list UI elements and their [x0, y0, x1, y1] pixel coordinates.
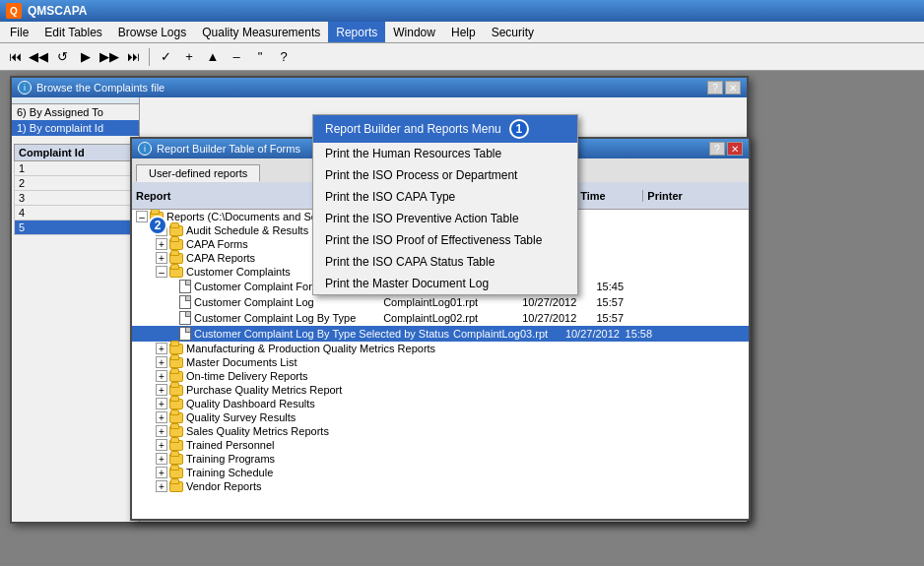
dropdown-item-report-builder[interactable]: Report Builder and Reports Menu 1 — [313, 115, 577, 143]
dropdown-item-master-document-log[interactable]: Print the Master Document Log — [313, 273, 577, 294]
toolbar-check[interactable]: ✓ — [155, 46, 176, 68]
expand-capa-forms[interactable]: + — [156, 238, 167, 250]
report-win-close[interactable]: ✕ — [727, 142, 743, 156]
list-item[interactable]: Customer Complaint Log By Type Complaint… — [132, 310, 749, 326]
folder-icon-master-docs — [169, 357, 183, 368]
sort-by-complaint-id[interactable]: 1) By complaint Id — [12, 120, 139, 136]
menu-file[interactable]: File — [2, 22, 36, 42]
toolbar-up[interactable]: ▲ — [202, 46, 224, 68]
dropdown-item-iso-process[interactable]: Print the ISO Process or Department — [313, 164, 577, 186]
expand-trained[interactable]: + — [156, 439, 167, 451]
list-item[interactable]: + Purchase Quality Metrics Report — [132, 383, 749, 397]
dropdown-item-human-resources[interactable]: Print the Human Resources Table — [313, 143, 577, 164]
folder-icon-training-schedule — [169, 468, 183, 478]
tree-label-survey: Quality Survey Results — [186, 411, 296, 423]
expand-master-docs[interactable]: + — [156, 356, 167, 368]
list-item[interactable]: + Training Schedule — [132, 466, 749, 479]
list-item-selected[interactable]: Customer Complaint Log By Type Selected … — [132, 326, 749, 342]
table-row[interactable]: 4 — [15, 206, 137, 220]
dropdown-label-iso-process: Print the ISO Process or Department — [325, 168, 517, 182]
root-expand[interactable]: – — [136, 211, 148, 222]
toolbar-first[interactable]: ⏮ — [4, 46, 26, 68]
expand-training-schedule[interactable]: + — [156, 467, 167, 478]
table-row-selected[interactable]: 5 — [15, 220, 137, 235]
menu-quality-measurements[interactable]: Quality Measurements — [194, 22, 328, 42]
expand-sales[interactable]: + — [156, 425, 167, 437]
folder-icon-capa-reports — [169, 253, 183, 264]
expand-purchase[interactable]: + — [156, 384, 167, 396]
expand-training-programs[interactable]: + — [156, 453, 167, 465]
sort-options-header — [12, 97, 139, 104]
folder-icon-audit — [169, 225, 183, 236]
reports-dropdown-menu[interactable]: Report Builder and Reports Menu 1 Print … — [312, 114, 578, 295]
sort-by-assigned[interactable]: 6) By Assigned To — [12, 104, 139, 120]
doc-icon-form — [179, 280, 191, 293]
time-complaint-log-status: 15:58 — [626, 328, 671, 340]
menu-browse-logs[interactable]: Browse Logs — [110, 22, 194, 42]
tab-user-defined[interactable]: User-defined reports — [136, 164, 260, 182]
list-item[interactable]: + Trained Personnel — [132, 438, 749, 452]
toolbar-help[interactable]: ? — [273, 46, 295, 68]
file-complaint-log-status: ComplaintLog03.rpt — [453, 328, 565, 340]
complaint-id-header: Complaint Id — [15, 145, 137, 161]
tree-label-training-schedule: Training Schedule — [186, 467, 273, 478]
list-item[interactable]: + Sales Quality Metrics Reports — [132, 424, 749, 438]
list-item[interactable]: + Quality Survey Results — [132, 410, 749, 424]
list-item[interactable]: Customer Complaint Log ComplaintLog01.rp… — [132, 294, 749, 310]
toolbar-prev[interactable]: ◀◀ — [28, 46, 49, 68]
dropdown-item-iso-capa-status[interactable]: Print the ISO CAPA Status Table — [313, 251, 577, 273]
report-win-help[interactable]: ? — [709, 142, 725, 156]
date-complaint-log-status: 10/27/2012 — [565, 328, 626, 340]
toolbar-add[interactable]: + — [178, 46, 200, 68]
expand-vendor[interactable]: + — [156, 480, 167, 492]
tree-label-complaint-log-type: Customer Complaint Log By Type — [194, 312, 379, 324]
menu-window[interactable]: Window — [385, 22, 443, 42]
dropdown-item-iso-preventive-action[interactable]: Print the ISO Preventive Action Table — [313, 208, 577, 229]
expand-dashboard[interactable]: + — [156, 398, 167, 409]
menu-edit-tables[interactable]: Edit Tables — [36, 22, 109, 42]
doc-icon-log-status — [179, 327, 191, 341]
table-row[interactable]: 3 — [15, 191, 137, 206]
expand-capa-reports[interactable]: + — [156, 252, 167, 264]
tree-label-training-programs: Training Programs — [186, 453, 275, 465]
dropdown-item-iso-capa-type[interactable]: Print the ISO CAPA Type — [313, 186, 577, 208]
toolbar-undo[interactable]: ↺ — [51, 46, 73, 68]
toolbar-last[interactable]: ⏭ — [122, 46, 144, 68]
win-close-btn[interactable]: ✕ — [725, 81, 741, 94]
toolbar-play[interactable]: ▶ — [75, 46, 97, 68]
menu-security[interactable]: Security — [484, 22, 542, 42]
time-complaint-log-type: 15:57 — [597, 312, 652, 324]
list-item[interactable]: + Training Programs — [132, 452, 749, 466]
list-item[interactable]: + On-time Delivery Reports — [132, 369, 749, 383]
list-item[interactable]: + Quality Dashboard Results — [132, 397, 749, 410]
toolbar: ⏮ ◀◀ ↺ ▶ ▶▶ ⏭ ✓ + ▲ – " ? — [0, 43, 924, 71]
expand-mfg[interactable]: + — [156, 343, 167, 354]
tree-label-customer-complaints: Customer Complaints — [186, 266, 291, 278]
win-help-btn[interactable]: ? — [707, 81, 723, 94]
toolbar-next[interactable]: ▶▶ — [99, 46, 120, 68]
folder-icon-capa-forms — [169, 239, 183, 250]
expand-ontime[interactable]: + — [156, 370, 167, 382]
dropdown-item-iso-proof-effectiveness[interactable]: Print the ISO Proof of Effectiveness Tab… — [313, 229, 577, 251]
doc-icon-log-type — [179, 311, 191, 325]
list-item[interactable]: + Vendor Reports — [132, 479, 749, 493]
dropdown-label-master-document-log: Print the Master Document Log — [325, 277, 489, 290]
table-row[interactable]: 2 — [15, 176, 137, 191]
menu-reports[interactable]: Reports — [328, 22, 385, 42]
table-row[interactable]: 1 — [15, 161, 137, 176]
toolbar-quote[interactable]: " — [249, 46, 271, 68]
menu-help[interactable]: Help — [443, 22, 484, 42]
col-printer-header: Printer — [643, 190, 749, 202]
dropdown-label-iso-proof-effectiveness: Print the ISO Proof of Effectiveness Tab… — [325, 233, 542, 247]
list-item[interactable]: + Manufacturing & Production Quality Met… — [132, 342, 749, 355]
expand-survey[interactable]: + — [156, 411, 167, 423]
toolbar-minus[interactable]: – — [226, 46, 247, 68]
folder-icon-customer-complaints — [169, 267, 183, 278]
list-item[interactable]: + Master Documents List — [132, 355, 749, 369]
left-panel: 6) By Assigned To 1) By complaint Id Com… — [12, 97, 140, 522]
tree-label-sales: Sales Quality Metrics Reports — [186, 425, 329, 437]
tree-label-ontime: On-time Delivery Reports — [186, 370, 307, 382]
expand-customer-complaints[interactable]: – — [156, 266, 167, 278]
title-bar: Q QMSCAPA — [0, 0, 924, 22]
dropdown-label-iso-capa-status: Print the ISO CAPA Status Table — [325, 255, 495, 269]
